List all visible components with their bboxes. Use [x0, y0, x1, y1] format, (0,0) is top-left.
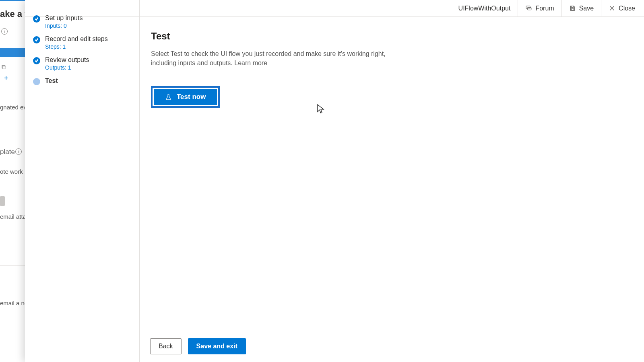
check-icon — [33, 57, 40, 64]
content-heading: Test — [151, 31, 633, 42]
save-label: Save — [579, 5, 594, 12]
content-description-text: Select Test to check the UI flow you jus… — [151, 50, 386, 66]
bg-selected-strip — [0, 48, 25, 57]
content-description: Select Test to check the UI flow you jus… — [151, 49, 392, 68]
close-label: Close — [619, 5, 635, 12]
svg-rect-2 — [571, 8, 574, 10]
plus-icon: + — [4, 74, 8, 82]
tab-icon: ⧉ — [2, 64, 6, 71]
flow-name: UIFlowWithOutput — [451, 5, 518, 12]
step-test[interactable]: Test — [25, 74, 139, 88]
check-icon — [33, 15, 40, 23]
test-now-label: Test now — [177, 93, 206, 101]
forum-label: Forum — [535, 5, 554, 12]
bg-grey-block — [0, 196, 5, 206]
step-title: Record and edit steps — [45, 35, 108, 43]
check-icon — [33, 36, 40, 43]
step-title: Set up inputs — [45, 14, 83, 22]
chat-icon — [525, 5, 532, 12]
wizard-footer: Back Save and exit — [140, 330, 644, 362]
forum-button[interactable]: Forum — [518, 0, 561, 17]
test-now-button[interactable]: Test now — [154, 89, 217, 105]
bg-text-template: plate — [0, 148, 15, 156]
step-set-up-inputs[interactable]: Set up inputs Inputs: 0 — [25, 11, 139, 32]
step-subtitle: Steps: 1 — [45, 43, 108, 50]
step-title: Review outputs — [45, 56, 89, 64]
bg-text-remote: ote work — [0, 168, 23, 175]
save-and-exit-button[interactable]: Save and exit — [188, 338, 246, 354]
wizard-steps: Set up inputs Inputs: 0 Record and edit … — [25, 0, 140, 362]
back-button[interactable]: Back — [150, 338, 182, 354]
bg-divider — [0, 265, 25, 266]
step-subtitle: Outputs: 1 — [45, 64, 89, 71]
wizard-panel: UIFlowWithOutput Forum Save Close — [25, 0, 644, 362]
close-icon — [609, 5, 615, 12]
info-icon: i — [15, 148, 22, 155]
close-button[interactable]: Close — [601, 0, 642, 17]
step-subtitle: Inputs: 0 — [45, 23, 83, 29]
bg-text-note: email a no — [0, 300, 28, 306]
learn-more-link[interactable]: Learn more — [234, 60, 267, 66]
info-icon: i — [1, 28, 8, 35]
save-icon — [569, 5, 576, 12]
mouse-cursor-icon — [317, 104, 325, 114]
current-step-icon — [33, 78, 40, 85]
step-record-edit[interactable]: Record and edit steps Steps: 1 — [25, 32, 139, 53]
flask-icon — [165, 94, 172, 101]
wizard-content: Test Select Test to check the UI flow yo… — [140, 17, 644, 330]
save-button[interactable]: Save — [561, 0, 601, 17]
step-title: Test — [45, 77, 58, 84]
test-now-focus-ring: Test now — [151, 86, 220, 108]
step-review-outputs[interactable]: Review outputs Outputs: 1 — [25, 53, 139, 74]
